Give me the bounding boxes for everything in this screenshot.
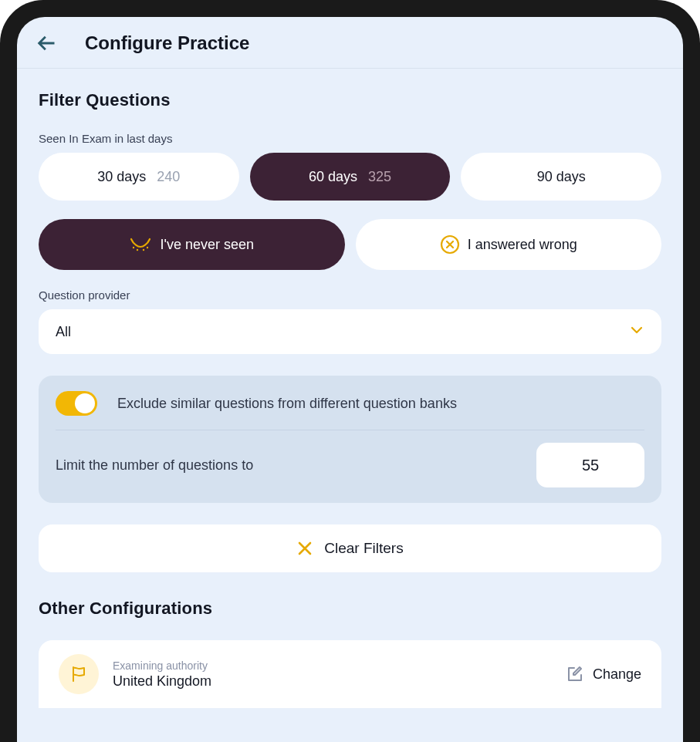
exclude-toggle[interactable] <box>56 391 97 416</box>
provider-value: All <box>56 324 71 340</box>
days-chip-row: 30 days 240 60 days 325 90 days <box>39 153 661 201</box>
exclude-label: Exclude similar questions from different… <box>117 393 457 413</box>
chip-label: I've never seen <box>160 237 254 253</box>
screen: Configure Practice Filter Questions Seen… <box>17 17 683 742</box>
chip-label: 60 days <box>309 169 357 185</box>
clear-filters-button[interactable]: Clear Filters <box>39 524 661 572</box>
x-circle-icon <box>440 234 460 255</box>
svg-point-1 <box>137 249 138 251</box>
back-button[interactable] <box>36 32 57 54</box>
change-label: Change <box>593 666 641 683</box>
chip-60-days[interactable]: 60 days 325 <box>250 153 451 201</box>
header: Configure Practice <box>17 17 683 69</box>
svg-point-2 <box>143 249 144 251</box>
content: Filter Questions Seen In Exam in last da… <box>17 69 683 708</box>
device-frame: Configure Practice Filter Questions Seen… <box>0 0 700 742</box>
status-chip-row: I've never seen I answered wrong <box>39 219 661 270</box>
flag-icon <box>69 664 89 684</box>
change-button[interactable]: Change <box>565 665 641 683</box>
limit-input[interactable] <box>536 443 644 487</box>
toggle-knob <box>75 393 95 413</box>
authority-text: Examining authority United Kingdom <box>113 659 551 690</box>
edit-icon <box>565 665 583 683</box>
chip-label: I answered wrong <box>468 237 577 253</box>
provider-label: Question provider <box>39 288 661 302</box>
svg-point-3 <box>147 247 148 248</box>
authority-value: United Kingdom <box>113 673 551 690</box>
authority-card: Examining authority United Kingdom Chang… <box>39 640 661 708</box>
filter-options-panel: Exclude similar questions from different… <box>39 376 661 503</box>
chip-answered-wrong[interactable]: I answered wrong <box>356 219 662 270</box>
flag-icon-badge <box>59 654 99 694</box>
chip-count: 325 <box>368 169 391 185</box>
x-icon <box>296 540 313 557</box>
clear-filters-label: Clear Filters <box>324 540 403 557</box>
page-title: Configure Practice <box>85 32 249 54</box>
filter-section-title: Filter Questions <box>39 90 661 110</box>
chip-never-seen[interactable]: I've never seen <box>39 219 345 270</box>
limit-row: Limit the number of questions to <box>56 443 644 487</box>
divider <box>56 430 644 430</box>
seen-in-exam-label: Seen In Exam in last days <box>39 132 661 145</box>
arrow-left-icon <box>36 32 57 54</box>
chip-count: 240 <box>157 169 180 185</box>
limit-label: Limit the number of questions to <box>56 457 253 474</box>
other-section-title: Other Configurations <box>39 599 661 619</box>
chip-30-days[interactable]: 30 days 240 <box>39 153 239 201</box>
chevron-down-icon <box>629 322 644 342</box>
svg-point-0 <box>133 247 134 248</box>
chip-label: 90 days <box>537 169 586 185</box>
chip-label: 30 days <box>97 169 146 185</box>
provider-select[interactable]: All <box>39 309 661 354</box>
chip-90-days[interactable]: 90 days <box>461 153 661 201</box>
authority-sublabel: Examining authority <box>113 659 551 672</box>
eye-closed-icon <box>129 236 152 253</box>
exclude-row: Exclude similar questions from different… <box>56 391 644 416</box>
